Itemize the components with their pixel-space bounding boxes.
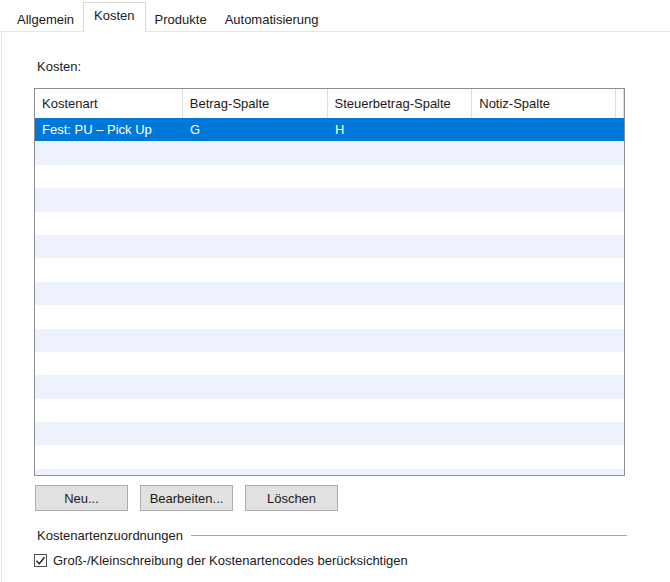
group-divider-line — [191, 535, 627, 536]
table-row-empty — [35, 422, 624, 445]
group-label: Kostenartenzuordnungen — [37, 528, 183, 543]
table-row-empty — [35, 165, 624, 188]
table-row-empty — [35, 235, 624, 258]
table-header-row: KostenartBetrag-SpalteSteuerbetrag-Spalt… — [35, 89, 624, 118]
tab-automatisierung[interactable]: Automatisierung — [216, 8, 328, 32]
tab-produkte[interactable]: Produkte — [146, 8, 216, 32]
tabpage-left-border — [1, 31, 2, 582]
loeschen-button[interactable]: Löschen — [245, 485, 338, 511]
column-header-steuerbetrag-spalte[interactable]: Steuerbetrag-Spalte — [328, 89, 473, 118]
table-action-buttons: Neu...Bearbeiten...Löschen — [35, 485, 338, 511]
table-row-empty — [35, 329, 624, 352]
kosten-table[interactable]: KostenartBetrag-SpalteSteuerbetrag-Spalt… — [34, 88, 625, 476]
table-row-empty — [35, 258, 624, 281]
column-header-notiz-spalte[interactable]: Notiz-Spalte — [472, 89, 616, 118]
column-header-kostenart[interactable]: Kostenart — [35, 89, 183, 118]
table-row-empty — [35, 399, 624, 422]
case-sensitivity-checkbox-row[interactable]: Groß-/Kleinschreibung der Kostenartencod… — [34, 553, 408, 568]
table-row[interactable]: Fest: PU – Pick UpGH — [35, 118, 624, 141]
case-sensitivity-checkbox[interactable] — [34, 554, 47, 567]
kosten-section-label: Kosten: — [37, 59, 81, 74]
table-row-empty — [35, 282, 624, 305]
column-header-stub — [616, 89, 624, 118]
tab-bar: AllgemeinKostenProdukteAutomatisierung — [8, 2, 328, 32]
column-header-betrag-spalte[interactable]: Betrag-Spalte — [183, 89, 328, 118]
neu-button[interactable]: Neu... — [35, 485, 128, 511]
table-cell — [473, 118, 617, 141]
settings-dialog-kosten-tabpage: AllgemeinKostenProdukteAutomatisierung K… — [0, 0, 670, 582]
table-cell: Fest: PU – Pick Up — [35, 118, 183, 141]
table-row-empty — [35, 141, 624, 164]
table-row-empty — [35, 188, 624, 211]
checkmark-icon — [35, 555, 46, 566]
tab-kosten[interactable]: Kosten — [83, 2, 145, 32]
table-row-empty — [35, 375, 624, 398]
table-row-empty — [35, 352, 624, 375]
group-header-kostenartenzuordnungen: Kostenartenzuordnungen — [37, 527, 627, 544]
table-cell: H — [328, 118, 473, 141]
table-row-empty — [35, 212, 624, 235]
table-cell: G — [183, 118, 328, 141]
table-row-empty — [35, 305, 624, 328]
tab-allgemein[interactable]: Allgemein — [8, 8, 83, 32]
table-row-empty — [35, 469, 624, 476]
case-sensitivity-checkbox-label[interactable]: Groß-/Kleinschreibung der Kostenartencod… — [53, 553, 408, 568]
bearbeiten-button[interactable]: Bearbeiten... — [140, 485, 233, 511]
table-body[interactable]: Fest: PU – Pick UpGH — [35, 118, 624, 476]
table-row-empty — [35, 445, 624, 468]
